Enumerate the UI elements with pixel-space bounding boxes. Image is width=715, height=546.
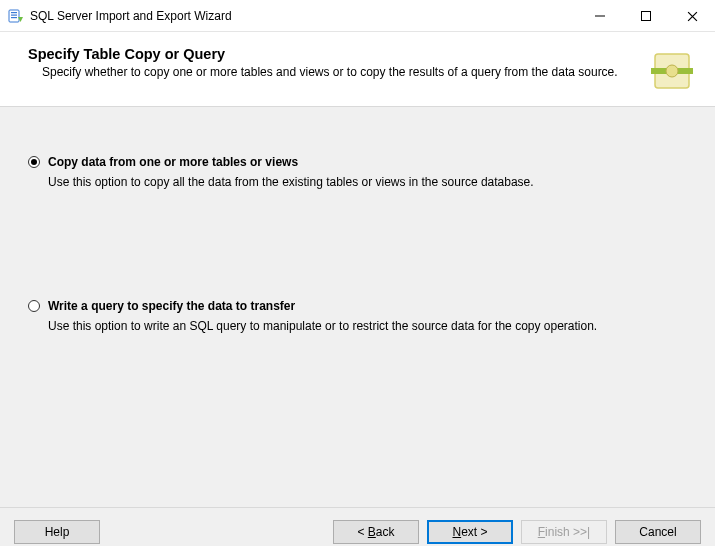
app-icon xyxy=(8,8,24,24)
option-copy-tables-description: Use this option to copy all the data fro… xyxy=(48,175,687,191)
svg-rect-5 xyxy=(642,12,651,21)
maximize-button[interactable] xyxy=(623,0,669,32)
finish-rest: inish >>| xyxy=(545,525,590,539)
finish-u: F xyxy=(538,525,545,539)
help-button[interactable]: Help xyxy=(14,520,100,544)
option-write-query[interactable]: Write a query to specify the data to tra… xyxy=(28,299,687,335)
cancel-button-label: Cancel xyxy=(639,525,676,539)
back-rest: ack xyxy=(376,525,395,539)
page-description: Specify whether to copy one or more tabl… xyxy=(28,64,639,80)
svg-rect-3 xyxy=(11,17,17,18)
svg-rect-4 xyxy=(595,16,605,17)
cancel-button[interactable]: Cancel xyxy=(615,520,701,544)
close-button[interactable] xyxy=(669,0,715,32)
wizard-header-icon xyxy=(649,48,695,94)
svg-rect-2 xyxy=(11,14,17,15)
next-button[interactable]: Next > xyxy=(427,520,513,544)
help-button-label: Help xyxy=(45,525,70,539)
option-copy-tables[interactable]: Copy data from one or more tables or vie… xyxy=(28,155,687,191)
wizard-content: Copy data from one or more tables or vie… xyxy=(0,107,715,507)
finish-button: Finish >>| xyxy=(521,520,607,544)
svg-rect-0 xyxy=(9,10,19,22)
svg-rect-1 xyxy=(11,12,17,13)
next-rest: ext > xyxy=(461,525,487,539)
window-controls xyxy=(577,0,715,31)
minimize-button[interactable] xyxy=(577,0,623,32)
wizard-header-text: Specify Table Copy or Query Specify whet… xyxy=(28,46,649,80)
radio-write-query[interactable] xyxy=(28,300,40,312)
option-write-query-description: Use this option to write an SQL query to… xyxy=(48,319,687,335)
window-title: SQL Server Import and Export Wizard xyxy=(30,9,577,23)
back-button[interactable]: < Back xyxy=(333,520,419,544)
next-u: N xyxy=(452,525,461,539)
svg-point-9 xyxy=(666,65,678,77)
wizard-header: Specify Table Copy or Query Specify whet… xyxy=(0,32,715,107)
back-prefix: < xyxy=(357,525,367,539)
wizard-footer: Help < Back Next > Finish >>| Cancel xyxy=(0,507,715,546)
back-u: B xyxy=(368,525,376,539)
page-title: Specify Table Copy or Query xyxy=(28,46,639,62)
radio-copy-tables[interactable] xyxy=(28,156,40,168)
option-copy-tables-label: Copy data from one or more tables or vie… xyxy=(48,155,298,169)
option-write-query-label: Write a query to specify the data to tra… xyxy=(48,299,295,313)
titlebar: SQL Server Import and Export Wizard xyxy=(0,0,715,32)
